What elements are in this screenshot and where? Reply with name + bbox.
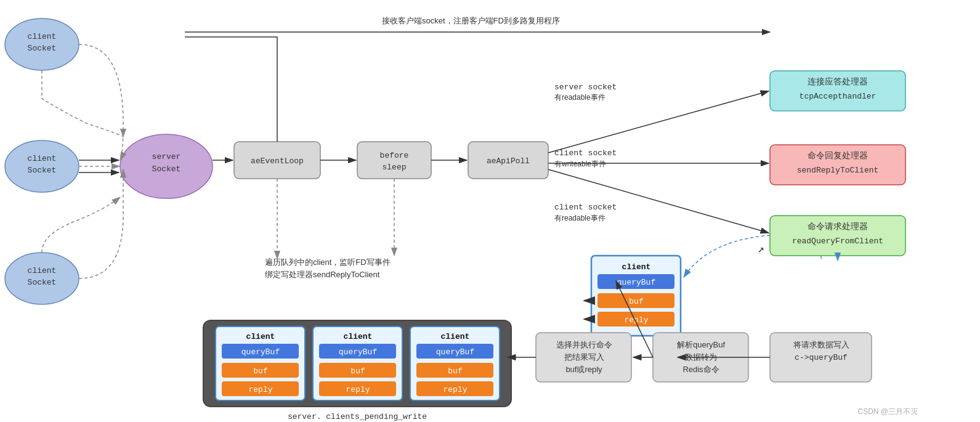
watermark: CSDN @三月不灭 [857, 407, 918, 416]
svg-text:reply: reply [346, 385, 370, 394]
svg-text:有readable事件: 有readable事件 [554, 214, 605, 222]
svg-text:命令回复处理器: 命令回复处理器 [808, 150, 868, 160]
svg-text:server socket: server socket [554, 83, 617, 92]
svg-text:aeEventLoop: aeEventLoop [251, 156, 304, 166]
svg-text:client: client [28, 266, 57, 275]
svg-text:client socket: client socket [554, 203, 617, 212]
svg-text:client: client [28, 32, 57, 41]
svg-text:连接应答处理器: 连接应答处理器 [808, 76, 868, 86]
svg-text:Socket: Socket [28, 44, 57, 53]
svg-text:reply: reply [443, 385, 467, 394]
svg-text:sendReplyToClient: sendReplyToClient [797, 166, 879, 175]
svg-text:buf: buf [350, 367, 365, 376]
svg-text:readQueryFromClient: readQueryFromClient [792, 237, 883, 246]
svg-text:c->queryBuf: c->queryBuf [795, 353, 848, 362]
svg-text:Socket: Socket [28, 278, 57, 287]
svg-text:有writeable事件: 有writeable事件 [554, 160, 606, 168]
before-sleep-label: 遍历队列中的client，监听FD写事件 [265, 258, 391, 267]
queue-label: server. clients_pending_write [288, 412, 427, 421]
svg-text:选择并执行命令: 选择并执行命令 [556, 340, 612, 349]
svg-text:client: client [344, 332, 373, 341]
before-sleep [357, 142, 431, 179]
svg-text:Redis命令: Redis命令 [682, 365, 719, 374]
svg-text:queryBuf: queryBuf [436, 347, 474, 357]
svg-text:将请求数据写入: 将请求数据写入 [793, 340, 849, 349]
cursor-indicator: ↗ [758, 243, 764, 256]
svg-text:queryBuf: queryBuf [339, 347, 377, 357]
svg-text:解析queryBuf: 解析queryBuf [677, 340, 725, 349]
svg-text:client socket: client socket [554, 148, 617, 158]
svg-text:buf: buf [629, 297, 643, 306]
svg-text:sleep: sleep [382, 163, 406, 172]
top-arrow-label: 接收客户端socket，注册客户端FD到多路复用程序 [382, 16, 560, 25]
svg-text:queryBuf: queryBuf [241, 347, 280, 357]
svg-text:queryBuf: queryBuf [617, 278, 655, 287]
svg-line-61 [548, 169, 769, 233]
svg-text:aeApiPoll: aeApiPoll [487, 156, 530, 166]
svg-text:Socket: Socket [152, 164, 181, 174]
svg-text:把结果写入: 把结果写入 [564, 352, 604, 362]
svg-text:tcpAccepthandler: tcpAccepthandler [800, 92, 877, 101]
svg-text:buf: buf [253, 367, 267, 376]
svg-text:有readable事件: 有readable事件 [554, 93, 605, 102]
svg-text:reply: reply [248, 385, 272, 394]
svg-text:before: before [380, 151, 409, 160]
svg-text:buf: buf [448, 367, 462, 376]
svg-text:client: client [441, 332, 470, 341]
svg-text:client: client [246, 332, 275, 341]
svg-text:client: client [28, 154, 57, 163]
svg-text:Socket: Socket [28, 166, 57, 175]
svg-text:client: client [622, 262, 651, 272]
svg-text:命令请求处理器: 命令请求处理器 [808, 221, 868, 231]
diagram-container: 接收客户端socket，注册客户端FD到多路复用程序 client Socket… [0, 0, 980, 422]
svg-text:绑定写处理器sendReplyToClient: 绑定写处理器sendReplyToClient [265, 270, 380, 279]
svg-text:server: server [152, 152, 181, 161]
svg-text:buf或reply: buf或reply [565, 365, 602, 374]
